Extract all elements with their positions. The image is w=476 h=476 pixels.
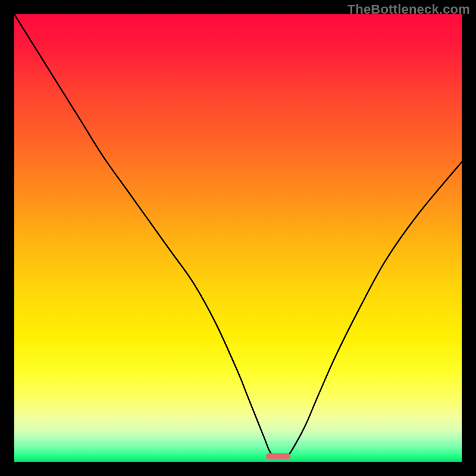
curve-svg [14, 14, 462, 462]
optimum-marker [266, 453, 290, 460]
chart-frame: TheBottleneck.com [0, 0, 476, 476]
plot-area [14, 14, 462, 462]
bottleneck-curve [14, 14, 462, 457]
